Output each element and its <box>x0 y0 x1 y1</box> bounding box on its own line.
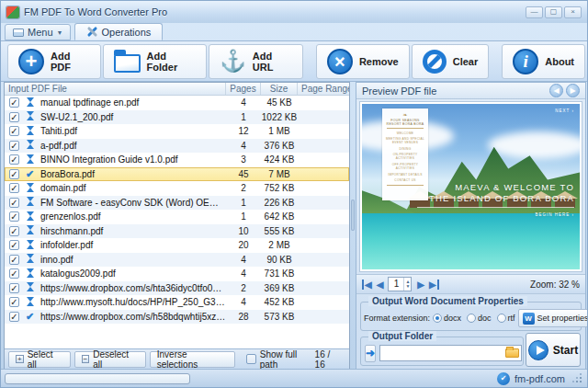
format-option-rtf[interactable]: rtf <box>497 314 515 323</box>
next-file-icon[interactable]: ▶ <box>566 84 580 97</box>
row-checkbox[interactable]: ✓ <box>9 97 19 108</box>
file-name: https://www.dropbox.com/s/hta36idyc0tfo0… <box>40 283 226 293</box>
inverse-selections-label: Inverse selections <box>157 349 228 370</box>
row-checkbox[interactable]: ✓ <box>9 297 19 307</box>
deselect-all-button[interactable]: − Deselect all <box>74 351 146 368</box>
preview-header: Preview PDF file ◀ ▶ <box>356 83 585 99</box>
remove-button[interactable]: Remove <box>316 44 410 79</box>
cloud-shape <box>488 131 580 159</box>
file-row[interactable]: ✓https://www.dropbox.com/s/hta36idyc0tfo… <box>5 281 349 296</box>
file-pages: 20 <box>226 240 261 250</box>
file-row[interactable]: ✓✔https://www.dropbox.com/s/h58bdqwhtij5… <box>5 310 349 325</box>
next-page-icon[interactable]: ▶ <box>417 280 424 290</box>
file-row[interactable]: ✓katalogus2009.pdf4731 KB <box>5 267 349 281</box>
inverse-selections-button[interactable]: Inverse selections <box>150 351 235 368</box>
format-option-doc[interactable]: doc <box>467 314 492 323</box>
pdf-preview-area[interactable]: ❧ FOUR SEASONS RESORT BORA BORA WELCOMEM… <box>359 101 582 272</box>
clear-button[interactable]: Clear <box>412 44 490 79</box>
show-full-path-option[interactable]: Show full path <box>246 349 315 370</box>
row-checkbox[interactable]: ✓ <box>9 169 19 179</box>
add-url-button[interactable]: Add URL <box>209 44 303 79</box>
file-name: infofolder.pdf <box>40 240 226 250</box>
add-pdf-button[interactable]: Add PDF <box>7 44 101 79</box>
maximize-icon[interactable]: ▢ <box>545 6 562 18</box>
lagoon-shape <box>362 213 580 269</box>
row-checkbox[interactable]: ✓ <box>9 183 19 193</box>
file-row[interactable]: ✓BINNO Integration Guide v1.0.pdf3424 KB <box>5 153 349 167</box>
file-size: 7 MB <box>261 169 298 179</box>
close-icon[interactable]: × <box>564 6 582 18</box>
show-full-path-label: Show full path <box>260 349 315 370</box>
file-row[interactable]: ✓hirschmann.pdf10555 KB <box>5 224 349 239</box>
spin-down-icon[interactable]: ▼ <box>405 284 410 289</box>
minimize-icon[interactable]: — <box>526 6 543 18</box>
row-checkbox[interactable]: ✓ <box>9 154 19 165</box>
browse-folder-icon[interactable] <box>505 348 519 358</box>
add-folder-button[interactable]: Add Folder <box>103 44 208 79</box>
column-page-range[interactable]: Page Range <box>298 83 349 95</box>
about-button[interactable]: About <box>502 44 585 79</box>
previous-page-icon[interactable]: ◀ <box>377 280 384 290</box>
row-checkbox[interactable]: ✓ <box>9 226 19 236</box>
file-row[interactable]: ✓grenzenlos.pdf1642 KB <box>5 210 349 224</box>
row-checkbox[interactable]: ✓ <box>9 255 19 265</box>
file-row[interactable]: ✓SW-U2.1_200.pdf11022 KB <box>5 110 349 125</box>
column-input-pdf-file[interactable]: Input PDF File <box>5 83 226 95</box>
hourglass-icon <box>25 126 35 137</box>
file-row[interactable]: ✓Tahiti.pdf121 MB <box>5 124 349 139</box>
format-extension-label: Format extension: <box>364 314 430 323</box>
file-pages: 45 <box>226 169 261 179</box>
show-full-path-checkbox[interactable] <box>246 354 256 364</box>
hourglass-bottom <box>27 201 34 206</box>
file-row[interactable]: ✓http://www.mysoft.hu/docs/HP/HP_250_G3.… <box>5 295 349 310</box>
file-row[interactable]: ✓infofolder.pdf202 MB <box>5 238 349 253</box>
start-button[interactable]: Start <box>526 333 581 367</box>
file-row[interactable]: ✓FM Software - easyConv SDK (Word) OEM L… <box>5 196 349 211</box>
row-checkbox[interactable]: ✓ <box>9 126 19 136</box>
row-checkbox[interactable]: ✓ <box>9 112 19 122</box>
file-size: 731 KB <box>261 268 298 279</box>
row-checkbox[interactable]: ✓ <box>9 312 19 322</box>
set-properties-button[interactable]: W Set properties <box>518 309 588 327</box>
select-all-button[interactable]: + Select all <box>8 351 71 368</box>
file-pages: 3 <box>226 154 261 165</box>
format-option-docx[interactable]: docx <box>433 314 461 323</box>
radio-docx[interactable] <box>433 314 442 323</box>
file-list-header: Input PDF File Pages Size Page Range <box>5 83 349 96</box>
last-page-icon[interactable]: ▶ <box>429 280 439 290</box>
row-checkbox[interactable]: ✓ <box>9 198 19 208</box>
page-number-spinner[interactable]: 1 ▲ ▼ <box>388 277 412 291</box>
file-row[interactable]: ✓manual tpdfinage en.pdf445 KB <box>5 96 349 110</box>
column-pages[interactable]: Pages <box>226 83 261 95</box>
file-name: domain.pdf <box>40 183 226 193</box>
menu-button[interactable]: Menu ▼ <box>5 24 71 40</box>
info-circle-icon <box>513 49 538 74</box>
file-list-panel: Input PDF File Pages Size Page Range ✓ma… <box>4 82 350 370</box>
row-checkbox[interactable]: ✓ <box>9 283 19 293</box>
file-row[interactable]: ✓a-pdf.pdf4376 KB <box>5 139 349 154</box>
row-checkbox[interactable]: ✓ <box>9 141 19 151</box>
column-size[interactable]: Size <box>261 83 298 95</box>
menu-label: Menu <box>28 27 53 38</box>
radio-rtf[interactable] <box>497 314 506 323</box>
tab-operations[interactable]: Operations <box>74 23 163 40</box>
row-checkbox[interactable]: ✓ <box>9 268 19 279</box>
previous-file-icon[interactable]: ◀ <box>549 84 563 97</box>
preview-panel: Preview PDF file ◀ ▶ ❧ FOUR SEASONS RESO… <box>356 82 586 370</box>
file-name: katalogus2009.pdf <box>40 268 226 279</box>
site-link[interactable]: ✔ fm-pdf.com <box>497 372 582 385</box>
folder-arrow-icon[interactable]: ➜ <box>365 345 376 362</box>
file-row[interactable]: ✓✔BoraBora.pdf457 MB <box>5 167 349 182</box>
page-number-value[interactable]: 1 <box>389 278 403 291</box>
resize-grip-icon[interactable] <box>574 375 582 382</box>
file-row[interactable]: ✓inno.pdf490 KB <box>5 253 349 268</box>
row-checkbox[interactable]: ✓ <box>9 211 19 222</box>
output-path-input[interactable] <box>382 347 503 359</box>
splitter-grip-icon[interactable] <box>351 200 355 231</box>
first-page-icon[interactable]: ◀ <box>362 280 372 290</box>
status-check-icon: ✔ <box>497 372 510 385</box>
output-path-box <box>379 345 522 361</box>
row-checkbox[interactable]: ✓ <box>9 240 19 250</box>
file-row[interactable]: ✓domain.pdf2752 KB <box>5 181 349 196</box>
radio-doc[interactable] <box>467 314 476 323</box>
